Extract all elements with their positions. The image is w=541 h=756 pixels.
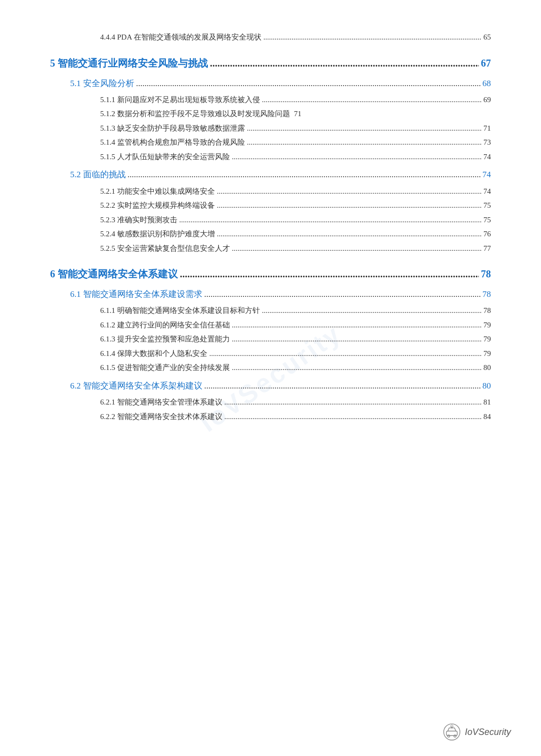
toc-dots-6-1 [204, 286, 481, 302]
toc-content: 4.4.4 PDA 在智能交通领域的发展及网络安全现状 65 5 智能交通行业网… [50, 30, 491, 424]
toc-page-6-2: 80 [482, 378, 491, 394]
toc-label-5-1-4: 5.1.4 监管机构合规愈加严格导致的合规风险 [100, 135, 245, 150]
toc-entry-5-1-4: 5.1.4 监管机构合规愈加严格导致的合规风险 73 [50, 135, 491, 150]
toc-dots-5-1-1 [262, 93, 481, 107]
toc-page-5-1: 68 [482, 76, 491, 92]
toc-page-5-2-1: 74 [483, 184, 491, 199]
toc-dots-5-1-5 [232, 150, 481, 164]
toc-page-6-1-2: 79 [483, 318, 491, 332]
toc-label-5-1-5: 5.1.5 人才队伍短缺带来的安全运营风险 [100, 150, 230, 164]
toc-entry-5-2-1: 5.2.1 功能安全中难以集成网络安全 74 [50, 184, 491, 199]
toc-entry-5-1-5: 5.1.5 人才队伍短缺带来的安全运营风险 74 [50, 150, 491, 164]
toc-dots-5-2-1 [217, 184, 481, 199]
toc-entry-5-2-3: 5.2.3 准确实时预测攻击 75 [50, 213, 491, 227]
toc-label-5-2-3: 5.2.3 准确实时预测攻击 [100, 213, 177, 227]
logo-area: IoVSecurity [443, 723, 511, 741]
toc-dots-5 [210, 54, 479, 73]
page: IoVSecurity 4.4.4 PDA 在智能交通领域的发展及网络安全现状 … [0, 0, 541, 756]
toc-dots-5-2-4 [217, 227, 481, 241]
toc-entry-6: 6 智能交通网络安全体系建议 78 [50, 264, 491, 283]
toc-entry-5-1-1: 5.1.1 新问题应对不足易出现短板导致系统被入侵 69 [50, 93, 491, 107]
toc-label-5-2-2: 5.2.2 实时监控大规模异构终端设备 [100, 198, 215, 213]
toc-dots-6-2-1 [224, 395, 481, 410]
toc-page-6-2-1: 81 [483, 395, 491, 410]
toc-entry-6-1: 6.1 智能交通网络安全体系建设需求 78 [50, 286, 491, 302]
toc-dots-6 [180, 264, 479, 283]
iovsecurity-icon [443, 723, 461, 741]
toc-dots-5-2-3 [179, 213, 481, 227]
toc-page-6-1-5: 80 [483, 360, 491, 375]
toc-page-6-1-1: 78 [483, 303, 491, 318]
toc-entry-6-1-2: 6.1.2 建立跨行业间的网络安全信任基础 79 [50, 318, 491, 332]
toc-label-6-1-2: 6.1.2 建立跨行业间的网络安全信任基础 [100, 318, 230, 332]
toc-page-5-2-2: 75 [483, 198, 491, 213]
toc-dots-6-1-2 [232, 318, 481, 332]
toc-label-5-2-4: 5.2.4 敏感数据识别和防护难度大增 [100, 227, 215, 241]
toc-page-6-1: 78 [482, 286, 491, 302]
toc-entry-5-2: 5.2 面临的挑战 74 [50, 167, 491, 183]
toc-entry-4-4-4: 4.4.4 PDA 在智能交通领域的发展及网络安全现状 65 [50, 30, 491, 45]
toc-page-6: 78 [481, 264, 491, 283]
toc-entry-5-2-2: 5.2.2 实时监控大规模异构终端设备 75 [50, 198, 491, 213]
toc-dots-5-1 [136, 76, 481, 92]
toc-dots-5-2-5 [232, 241, 481, 256]
toc-label-5-2-5: 5.2.5 安全运营紧缺复合型信息安全人才 [100, 241, 230, 256]
toc-dots-6-2 [204, 378, 481, 394]
toc-label-6-2-1: 6.2.1 智能交通网络安全管理体系建议 [100, 395, 222, 410]
toc-entry-5-1-3: 5.1.3 缺乏安全防护手段易导致敏感数据泄露 71 [50, 121, 491, 136]
toc-label-6-2: 6.2 智能交通网络安全体系架构建议 [70, 378, 202, 394]
toc-entry-6-1-3: 6.1.3 提升安全监控预警和应急处置能力 79 [50, 332, 491, 346]
toc-label-5-1-1: 5.1.1 新问题应对不足易出现短板导致系统被入侵 [100, 93, 260, 107]
toc-label-5-2: 5.2 面临的挑战 [70, 167, 126, 183]
toc-page-5-2-5: 77 [483, 241, 491, 256]
toc-entry-6-1-1: 6.1.1 明确智能交通网络安全体系建设目标和方针 78 [50, 303, 491, 318]
toc-dots-5-2 [128, 167, 481, 183]
toc-label-6-1-4: 6.1.4 保障大数据和个人隐私安全 [100, 346, 207, 361]
toc-page-5-1-2: 71 [294, 107, 302, 121]
toc-entry-5: 5 智能交通行业网络安全风险与挑战 67 [50, 54, 491, 73]
toc-dots-6-1-3 [232, 332, 481, 346]
toc-page-6-1-4: 79 [483, 346, 491, 361]
toc-page-6-2-2: 84 [483, 410, 491, 424]
toc-entry-5-1: 5.1 安全风险分析 68 [50, 76, 491, 92]
toc-dots-4-4-4 [263, 30, 481, 45]
toc-entry-6-1-5: 6.1.5 促进智能交通产业的安全持续发展 80 [50, 360, 491, 375]
toc-label-6-1: 6.1 智能交通网络安全体系建设需求 [70, 286, 202, 302]
toc-page-5-1-5: 74 [483, 150, 491, 164]
toc-label-6-2-2: 6.2.2 智能交通网络安全技术体系建议 [100, 410, 222, 424]
toc-label-5-1-2: 5.1.2 数据分析和监控手段不足导致难以及时发现风险问题 [100, 107, 290, 121]
toc-label-6-1-5: 6.1.5 促进智能交通产业的安全持续发展 [100, 360, 230, 375]
toc-page-6-1-3: 79 [483, 332, 491, 346]
toc-label-6: 6 智能交通网络安全体系建议 [50, 264, 178, 283]
toc-dots-5-2-2 [217, 198, 481, 213]
toc-entry-6-2: 6.2 智能交通网络安全体系架构建议 80 [50, 378, 491, 394]
toc-page-5-2-3: 75 [483, 213, 491, 227]
toc-label-6-1-1: 6.1.1 明确智能交通网络安全体系建设目标和方针 [100, 303, 260, 318]
toc-entry-5-2-5: 5.2.5 安全运营紧缺复合型信息安全人才 77 [50, 241, 491, 256]
toc-dots-6-1-1 [262, 303, 481, 318]
toc-label-5-1-3: 5.1.3 缺乏安全防护手段易导致敏感数据泄露 [100, 121, 245, 136]
toc-dots-5-1-4 [247, 135, 481, 150]
toc-dots-6-1-4 [209, 346, 481, 361]
toc-dots-5-1-3 [247, 121, 481, 136]
toc-dots-6-2-2 [224, 410, 481, 424]
toc-entry-6-1-4: 6.1.4 保障大数据和个人隐私安全 79 [50, 346, 491, 361]
toc-entry-5-1-2: 5.1.2 数据分析和监控手段不足导致难以及时发现风险问题 71 [50, 107, 491, 121]
toc-label-5-1: 5.1 安全风险分析 [70, 76, 134, 92]
toc-page-5: 67 [481, 54, 491, 73]
toc-page-5-2-4: 76 [483, 227, 491, 241]
toc-entry-5-2-4: 5.2.4 敏感数据识别和防护难度大增 76 [50, 227, 491, 241]
toc-dots-6-1-5 [232, 360, 481, 375]
toc-page-5-1-1: 69 [483, 93, 491, 107]
toc-entry-6-2-2: 6.2.2 智能交通网络安全技术体系建议 84 [50, 410, 491, 424]
toc-label-5: 5 智能交通行业网络安全风险与挑战 [50, 54, 208, 73]
toc-label-6-1-3: 6.1.3 提升安全监控预警和应急处置能力 [100, 332, 230, 346]
toc-page-5-1-3: 71 [483, 121, 491, 136]
toc-page-5-1-4: 73 [483, 135, 491, 150]
toc-label-4-4-4: 4.4.4 PDA 在智能交通领域的发展及网络安全现状 [100, 30, 261, 45]
toc-entry-6-2-1: 6.2.1 智能交通网络安全管理体系建议 81 [50, 395, 491, 410]
logo-text: IoVSecurity [465, 727, 511, 737]
toc-label-5-2-1: 5.2.1 功能安全中难以集成网络安全 [100, 184, 215, 199]
toc-page-5-2: 74 [482, 167, 491, 183]
toc-page-4-4-4: 65 [483, 30, 491, 45]
